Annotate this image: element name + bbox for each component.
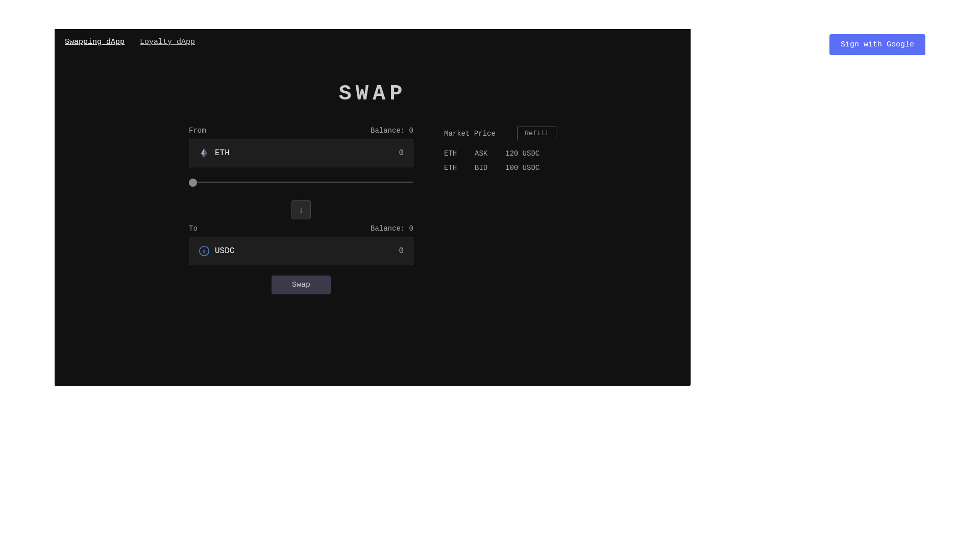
svg-text:$: $ xyxy=(203,248,206,254)
from-field-header: From Balance: 0 xyxy=(189,127,413,135)
swap-button[interactable]: Swap xyxy=(272,276,331,294)
to-token-symbol: USDC xyxy=(215,246,234,256)
market-row-ask: ETH ASK 120 USDC xyxy=(444,149,556,158)
swap-direction-button[interactable]: ↓ xyxy=(291,200,311,219)
from-token-left: ETH xyxy=(199,147,230,159)
down-arrow-icon: ↓ xyxy=(299,205,304,215)
bid-type: BID xyxy=(475,164,495,172)
ask-price: 120 USDC xyxy=(505,149,540,158)
to-token-amount: 0 xyxy=(399,246,404,256)
to-token-box[interactable]: $ USDC 0 xyxy=(189,237,413,265)
market-header: Market Price Refill xyxy=(444,127,556,140)
amount-slider[interactable] xyxy=(189,182,413,183)
market-price-label: Market Price xyxy=(444,130,496,138)
from-balance: Balance: 0 xyxy=(371,127,413,135)
market-panel: Market Price Refill ETH ASK 120 USDC ETH… xyxy=(444,127,556,178)
from-token-amount: 0 xyxy=(399,148,404,158)
nav-swapping-dapp[interactable]: Swapping dApp xyxy=(65,38,125,46)
nav-loyalty-dapp[interactable]: Loyalty dApp xyxy=(140,38,195,46)
swap-title: SWAP xyxy=(339,82,407,106)
refill-button[interactable]: Refill xyxy=(517,127,556,140)
ask-type: ASK xyxy=(475,149,495,158)
to-label: To xyxy=(189,224,198,233)
usdc-icon: $ xyxy=(199,245,210,257)
bid-price: 100 USDC xyxy=(505,164,540,172)
to-field-header: To Balance: 0 xyxy=(189,224,413,233)
from-token-symbol: ETH xyxy=(215,148,230,158)
main-content: SWAP From Balance: 0 ETH xyxy=(55,61,691,294)
navbar: Swapping dApp Loyalty dApp xyxy=(55,29,691,55)
ask-token: ETH xyxy=(444,149,464,158)
bid-token: ETH xyxy=(444,164,464,172)
sign-in-button[interactable]: Sign with Google xyxy=(829,34,925,55)
swap-form: From Balance: 0 ETH 0 xyxy=(189,127,413,294)
swap-container: From Balance: 0 ETH 0 xyxy=(189,127,556,294)
from-label: From xyxy=(189,127,206,135)
from-token-box[interactable]: ETH 0 xyxy=(189,139,413,167)
slider-container xyxy=(189,177,413,186)
to-balance: Balance: 0 xyxy=(371,224,413,233)
to-token-left: $ USDC xyxy=(199,245,234,257)
eth-icon xyxy=(199,147,210,159)
market-row-bid: ETH BID 100 USDC xyxy=(444,164,556,172)
